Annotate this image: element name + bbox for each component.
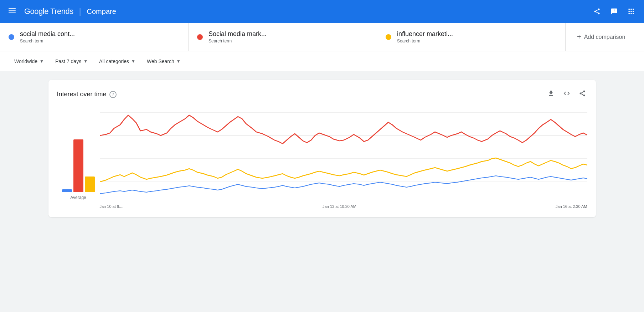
search-terms-bar: social media cont... Search term Social … [0, 23, 644, 51]
search-type-filter-label: Web Search [147, 58, 174, 64]
feedback-icon[interactable] [607, 4, 621, 19]
svg-rect-0 [9, 8, 16, 9]
header-compare-label: Compare [87, 7, 116, 16]
term-1-info: social media cont... Search term [20, 30, 75, 44]
search-term-2[interactable]: Social media mark... Search term [189, 23, 377, 51]
svg-line-20 [581, 94, 583, 95]
chart-header: Interest over time ? [57, 88, 587, 100]
term-3-name: influencer marketi... [397, 30, 453, 38]
share-icon[interactable] [590, 4, 604, 19]
header-divider: | [79, 7, 81, 16]
search-type-filter[interactable]: Web Search ▼ [141, 56, 186, 67]
apps-icon[interactable] [624, 4, 638, 19]
filter-bar: Worldwide ▼ Past 7 days ▼ All categories… [0, 51, 644, 71]
term-1-dot [9, 34, 14, 40]
average-bars [62, 121, 95, 192]
svg-point-5 [598, 12, 600, 14]
term-1-name: social media cont... [20, 30, 75, 38]
term-3-type: Search term [397, 39, 453, 44]
x-label-3: Jan 16 at 2:30 AM [556, 204, 587, 209]
category-filter[interactable]: All categories ▼ [93, 56, 141, 67]
svg-point-3 [598, 9, 600, 10]
term-3-info: influencer marketi... Search term [397, 30, 453, 44]
chart-title-area: Interest over time ? [57, 91, 117, 98]
average-label: Average [70, 195, 86, 200]
x-label-1: Jan 10 at 6:... [100, 204, 124, 209]
header-actions [590, 4, 638, 19]
download-icon[interactable] [546, 88, 556, 100]
svg-rect-10 [633, 9, 634, 10]
chart-sidebar: Average [57, 109, 100, 209]
svg-rect-14 [629, 13, 630, 14]
avg-bar-red [73, 139, 83, 192]
svg-rect-2 [9, 12, 16, 13]
add-icon: + [577, 33, 581, 41]
svg-point-17 [583, 91, 585, 92]
svg-rect-15 [630, 13, 632, 14]
term-3-dot [386, 34, 391, 40]
add-comparison-button[interactable]: + Add comparison [566, 23, 644, 51]
svg-rect-12 [630, 11, 632, 12]
term-1-type: Search term [20, 39, 75, 44]
time-dropdown-arrow: ▼ [83, 59, 88, 64]
svg-rect-9 [630, 9, 632, 10]
chart-actions [546, 88, 587, 100]
geo-filter-label: Worldwide [14, 58, 37, 64]
svg-point-19 [583, 94, 585, 96]
app-logo: Google Trends [24, 7, 73, 16]
svg-line-21 [581, 92, 583, 93]
time-filter-label: Past 7 days [55, 58, 81, 64]
svg-rect-1 [9, 10, 16, 11]
search-term-1[interactable]: social media cont... Search term [0, 23, 189, 51]
term-2-dot [197, 34, 203, 40]
embed-icon[interactable] [562, 88, 572, 100]
geo-filter[interactable]: Worldwide ▼ [9, 56, 50, 67]
interest-over-time-card: Interest over time ? [48, 80, 596, 217]
svg-point-4 [594, 11, 596, 12]
term-2-name: Social media mark... [208, 30, 267, 38]
svg-line-7 [596, 10, 598, 11]
help-icon[interactable]: ? [109, 91, 117, 98]
term-2-type: Search term [208, 39, 267, 44]
chart-title: Interest over time [57, 91, 107, 98]
svg-rect-8 [629, 9, 630, 10]
chart-share-icon[interactable] [577, 88, 587, 100]
avg-bar-blue [62, 189, 72, 192]
chart-svg: 100 75 50 25 [100, 109, 587, 201]
svg-rect-16 [633, 13, 634, 14]
svg-point-18 [579, 93, 581, 94]
search-term-3[interactable]: influencer marketi... Search term [377, 23, 566, 51]
svg-line-6 [596, 12, 598, 13]
app-header: Google Trends | Compare [0, 0, 644, 23]
svg-rect-11 [629, 11, 630, 12]
chart-area: Average 100 75 50 25 [57, 109, 587, 209]
chart-x-labels: Jan 10 at 6:... Jan 13 at 10:30 AM Jan 1… [100, 201, 587, 209]
menu-icon[interactable] [6, 4, 19, 19]
chart-main: 100 75 50 25 Jan 10 at 6:... Jan 1 [100, 109, 587, 209]
x-label-2: Jan 13 at 10:30 AM [323, 204, 356, 209]
category-dropdown-arrow: ▼ [131, 59, 135, 64]
avg-bar-yellow [85, 177, 95, 192]
svg-rect-13 [633, 11, 634, 12]
search-type-dropdown-arrow: ▼ [176, 59, 181, 64]
time-filter[interactable]: Past 7 days ▼ [50, 56, 93, 67]
main-content: Interest over time ? [37, 71, 607, 226]
term-2-info: Social media mark... Search term [208, 30, 267, 44]
geo-dropdown-arrow: ▼ [40, 59, 44, 64]
add-comparison-label: Add comparison [584, 34, 625, 40]
category-filter-label: All categories [99, 58, 129, 64]
